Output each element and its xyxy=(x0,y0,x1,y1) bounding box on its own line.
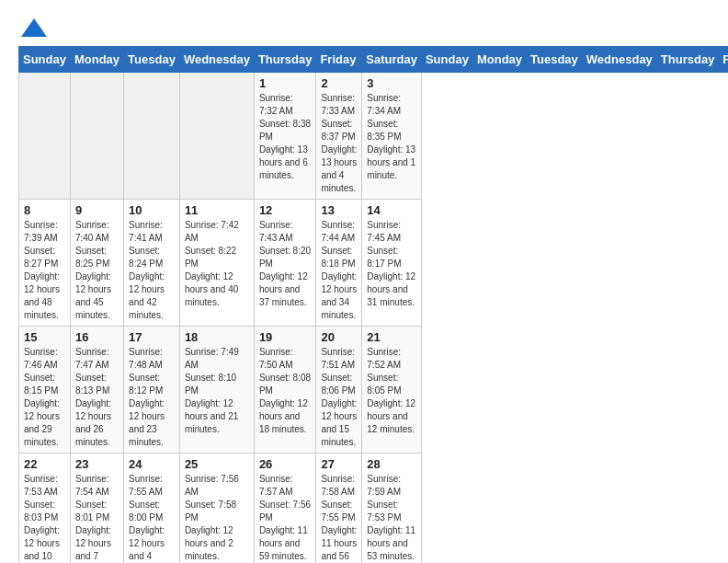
day-of-week-thursday: Thursday xyxy=(254,47,316,73)
day-number: 22 xyxy=(24,457,65,471)
calendar-day-cell: 25Sunrise: 7:56 AMSunset: 7:58 PMDayligh… xyxy=(179,454,254,564)
calendar-day-cell: 1Sunrise: 7:32 AMSunset: 8:38 PMDaylight… xyxy=(254,73,316,200)
day-number: 8 xyxy=(24,203,65,217)
calendar-day-cell: 26Sunrise: 7:57 AMSunset: 7:56 PMDayligh… xyxy=(254,454,316,564)
day-info: Sunrise: 7:59 AMSunset: 7:53 PMDaylight:… xyxy=(367,473,416,563)
day-number: 18 xyxy=(185,330,249,344)
calendar-day-cell: 22Sunrise: 7:53 AMSunset: 8:03 PMDayligh… xyxy=(19,454,71,564)
day-number: 17 xyxy=(129,330,175,344)
day-number: 28 xyxy=(367,457,416,471)
calendar-week-row: 1Sunrise: 7:32 AMSunset: 8:38 PMDaylight… xyxy=(19,73,729,200)
day-number: 14 xyxy=(367,203,416,217)
day-info: Sunrise: 7:43 AMSunset: 8:20 PMDaylight:… xyxy=(259,219,312,309)
day-of-week-wednesday: Wednesday xyxy=(179,47,254,73)
calendar-day-cell: 15Sunrise: 7:46 AMSunset: 8:15 PMDayligh… xyxy=(19,327,71,454)
day-of-week-sunday: Sunday xyxy=(19,47,71,73)
day-info: Sunrise: 7:33 AMSunset: 8:37 PMDaylight:… xyxy=(321,92,357,195)
calendar-day-cell: 13Sunrise: 7:44 AMSunset: 8:18 PMDayligh… xyxy=(316,200,362,327)
day-number: 24 xyxy=(129,457,175,471)
calendar-day-cell: 8Sunrise: 7:39 AMSunset: 8:27 PMDaylight… xyxy=(19,200,71,327)
calendar-day-cell: 20Sunrise: 7:51 AMSunset: 8:06 PMDayligh… xyxy=(316,327,362,454)
day-number: 15 xyxy=(24,330,65,344)
day-number: 23 xyxy=(75,457,119,471)
day-number: 19 xyxy=(259,330,312,344)
day-of-week-monday: Monday xyxy=(70,47,123,73)
day-of-week-friday: Friday xyxy=(316,47,362,73)
calendar-day-cell: 17Sunrise: 7:48 AMSunset: 8:12 PMDayligh… xyxy=(124,327,180,454)
calendar-day-cell: 28Sunrise: 7:59 AMSunset: 7:53 PMDayligh… xyxy=(362,454,422,564)
day-info: Sunrise: 7:54 AMSunset: 8:01 PMDaylight:… xyxy=(75,473,119,563)
day-info: Sunrise: 7:50 AMSunset: 8:08 PMDaylight:… xyxy=(259,346,312,436)
empty-day-cell xyxy=(124,73,180,200)
day-number: 10 xyxy=(129,203,175,217)
day-number: 11 xyxy=(185,203,249,217)
day-of-week-tuesday: Tuesday xyxy=(124,47,180,73)
day-number: 25 xyxy=(185,457,249,471)
day-of-week-saturday: Saturday xyxy=(362,47,422,73)
calendar-header-row: SundayMondayTuesdayWednesdayThursdayFrid… xyxy=(19,47,729,73)
calendar-week-row: 22Sunrise: 7:53 AMSunset: 8:03 PMDayligh… xyxy=(19,454,729,564)
empty-day-cell xyxy=(19,73,71,200)
calendar-day-cell: 9Sunrise: 7:40 AMSunset: 8:25 PMDaylight… xyxy=(70,200,123,327)
calendar-day-cell: 12Sunrise: 7:43 AMSunset: 8:20 PMDayligh… xyxy=(254,200,316,327)
calendar-day-cell: 14Sunrise: 7:45 AMSunset: 8:17 PMDayligh… xyxy=(362,200,422,327)
empty-day-cell xyxy=(179,73,254,200)
day-info: Sunrise: 7:51 AMSunset: 8:06 PMDaylight:… xyxy=(321,346,357,449)
day-info: Sunrise: 7:53 AMSunset: 8:03 PMDaylight:… xyxy=(24,473,65,563)
day-info: Sunrise: 7:47 AMSunset: 8:13 PMDaylight:… xyxy=(75,346,119,449)
calendar-day-cell: 23Sunrise: 7:54 AMSunset: 8:01 PMDayligh… xyxy=(70,454,123,564)
day-info: Sunrise: 7:40 AMSunset: 8:25 PMDaylight:… xyxy=(75,219,119,322)
day-number: 21 xyxy=(367,330,416,344)
calendar-week-row: 15Sunrise: 7:46 AMSunset: 8:15 PMDayligh… xyxy=(19,327,729,454)
calendar-day-cell: 21Sunrise: 7:52 AMSunset: 8:05 PMDayligh… xyxy=(362,327,422,454)
calendar-day-cell: 19Sunrise: 7:50 AMSunset: 8:08 PMDayligh… xyxy=(254,327,316,454)
calendar-day-cell: 11Sunrise: 7:42 AMSunset: 8:22 PMDayligh… xyxy=(179,200,254,327)
day-info: Sunrise: 7:48 AMSunset: 8:12 PMDaylight:… xyxy=(129,346,175,449)
day-info: Sunrise: 7:34 AMSunset: 8:35 PMDaylight:… xyxy=(367,92,416,182)
calendar-day-cell: 10Sunrise: 7:41 AMSunset: 8:24 PMDayligh… xyxy=(124,200,180,327)
day-info: Sunrise: 7:41 AMSunset: 8:24 PMDaylight:… xyxy=(129,219,175,322)
day-info: Sunrise: 7:52 AMSunset: 8:05 PMDaylight:… xyxy=(367,346,416,436)
day-number: 16 xyxy=(75,330,119,344)
day-info: Sunrise: 7:58 AMSunset: 7:55 PMDaylight:… xyxy=(321,473,357,563)
day-number: 9 xyxy=(75,203,119,217)
calendar-day-cell: 16Sunrise: 7:47 AMSunset: 8:13 PMDayligh… xyxy=(70,327,123,454)
logo xyxy=(18,18,47,37)
calendar-day-cell: 27Sunrise: 7:58 AMSunset: 7:55 PMDayligh… xyxy=(316,454,362,564)
day-number: 12 xyxy=(259,203,312,217)
day-number: 13 xyxy=(321,203,357,217)
calendar-day-cell: 24Sunrise: 7:55 AMSunset: 8:00 PMDayligh… xyxy=(124,454,180,564)
day-info: Sunrise: 7:39 AMSunset: 8:27 PMDaylight:… xyxy=(24,219,65,322)
calendar-table: SundayMondayTuesdayWednesdayThursdayFrid… xyxy=(18,46,728,563)
day-number: 20 xyxy=(321,330,357,344)
calendar-day-cell: 18Sunrise: 7:49 AMSunset: 8:10 PMDayligh… xyxy=(179,327,254,454)
weekday-header-friday: Friday xyxy=(719,47,728,73)
calendar-day-cell: 2Sunrise: 7:33 AMSunset: 8:37 PMDaylight… xyxy=(316,73,362,200)
day-info: Sunrise: 7:45 AMSunset: 8:17 PMDaylight:… xyxy=(367,219,416,309)
day-number: 27 xyxy=(321,457,357,471)
day-info: Sunrise: 7:42 AMSunset: 8:22 PMDaylight:… xyxy=(185,219,249,309)
page-header xyxy=(18,18,710,37)
weekday-header-monday: Monday xyxy=(472,47,526,73)
day-number: 26 xyxy=(259,457,312,471)
day-number: 3 xyxy=(367,76,416,90)
weekday-header-tuesday: Tuesday xyxy=(527,47,583,73)
day-info: Sunrise: 7:32 AMSunset: 8:38 PMDaylight:… xyxy=(259,92,312,182)
calendar-week-row: 8Sunrise: 7:39 AMSunset: 8:27 PMDaylight… xyxy=(19,200,729,327)
day-info: Sunrise: 7:49 AMSunset: 8:10 PMDaylight:… xyxy=(185,346,249,436)
day-info: Sunrise: 7:57 AMSunset: 7:56 PMDaylight:… xyxy=(259,473,312,563)
day-info: Sunrise: 7:55 AMSunset: 8:00 PMDaylight:… xyxy=(129,473,175,563)
logo-icon xyxy=(21,18,47,37)
weekday-header-sunday: Sunday xyxy=(421,47,472,73)
day-number: 1 xyxy=(259,76,312,90)
calendar-day-cell: 3Sunrise: 7:34 AMSunset: 8:35 PMDaylight… xyxy=(362,73,422,200)
day-info: Sunrise: 7:56 AMSunset: 7:58 PMDaylight:… xyxy=(185,473,249,563)
empty-day-cell xyxy=(70,73,123,200)
day-info: Sunrise: 7:44 AMSunset: 8:18 PMDaylight:… xyxy=(321,219,357,322)
svg-marker-0 xyxy=(21,18,47,37)
weekday-header-wednesday: Wednesday xyxy=(582,47,656,73)
weekday-header-thursday: Thursday xyxy=(656,47,719,73)
day-info: Sunrise: 7:46 AMSunset: 8:15 PMDaylight:… xyxy=(24,346,65,449)
day-number: 2 xyxy=(321,76,357,90)
